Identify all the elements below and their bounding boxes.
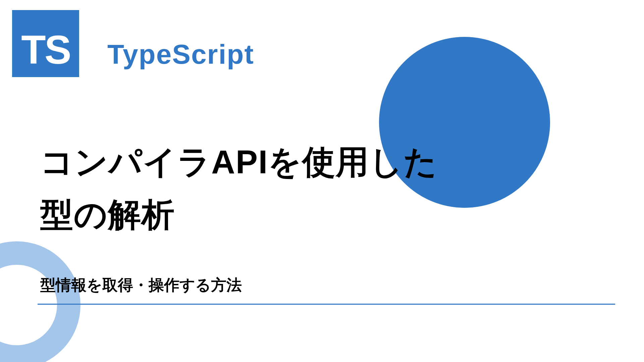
title-line-1: コンパイラAPIを使用した	[40, 136, 438, 188]
logo-text: TS	[21, 29, 70, 70]
brand-name: TypeScript	[107, 39, 254, 70]
typescript-logo: TS	[12, 10, 79, 77]
decorative-ring	[0, 241, 80, 362]
title-line-2: 型の解析	[40, 188, 438, 241]
slide-title: コンパイラAPIを使用した 型の解析	[40, 136, 438, 241]
slide-subtitle: 型情報を取得・操作する方法	[40, 275, 242, 296]
horizontal-divider	[38, 304, 615, 305]
